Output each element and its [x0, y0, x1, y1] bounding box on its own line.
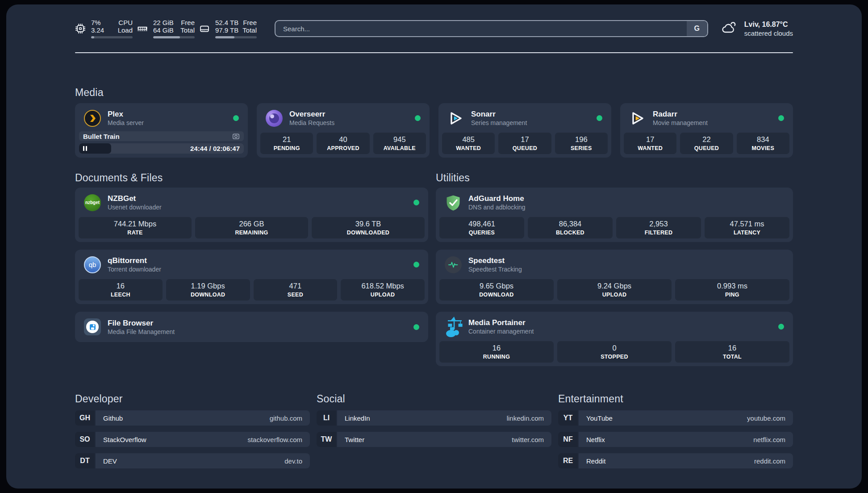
status-dot — [778, 324, 784, 330]
app-card-plex[interactable]: Plex Media server Bullet Train 24:44 / 0… — [75, 103, 248, 158]
app-description: Torrent downloader — [108, 266, 161, 273]
memory-total-label: Total — [180, 26, 195, 34]
app-name: Plex — [108, 109, 144, 119]
memory-free-value: 22 GiB — [153, 19, 174, 26]
app-name: AdGuard Home — [468, 194, 526, 203]
stat-ping: 0.993 msPING — [675, 279, 789, 301]
stat-wanted: 17WANTED — [624, 133, 676, 154]
disk-free-label: Free — [243, 19, 257, 26]
app-description: Media Requests — [289, 119, 334, 127]
bookmark-dev[interactable]: DT DEVdev.to — [75, 453, 310, 468]
cloud-icon — [720, 20, 737, 37]
weather-condition: scattered clouds — [744, 29, 793, 38]
nzbget-icon: nzbget — [84, 194, 101, 211]
status-dot — [778, 115, 784, 121]
radarr-icon — [629, 110, 646, 127]
cpu-widget: 7%CPU 3.24Load — [75, 19, 133, 38]
disk-total-label: Total — [242, 26, 257, 34]
app-card-portainer[interactable]: Media Portainer Container management 16R… — [436, 312, 793, 366]
status-dot — [413, 262, 419, 267]
cpu-icon — [75, 23, 86, 34]
stat-movies: 834MOVIES — [737, 133, 789, 154]
plex-icon — [84, 110, 101, 127]
app-card-speedtest[interactable]: Speedtest Speedtest Tracking 9.65 GbpsDO… — [436, 250, 793, 304]
overseerr-icon — [266, 110, 283, 127]
disk-widget: 52.4 TBFree 97.9 TBTotal — [199, 19, 257, 38]
bookmark-netflix[interactable]: NF Netflixnetflix.com — [558, 432, 793, 447]
status-dot — [597, 115, 602, 121]
app-description: Media File Management — [108, 328, 175, 336]
bookmark-linkedin[interactable]: LI LinkedInlinkedin.com — [317, 410, 551, 426]
app-card-nzbget[interactable]: nzbget NZBGet Usenet downloader 744.21 M… — [75, 188, 428, 242]
stat-total: 16TOTAL — [675, 341, 789, 363]
search-input[interactable] — [275, 20, 708, 37]
search-bar: G — [275, 20, 708, 37]
stat-queued: 17QUEUED — [498, 133, 551, 154]
status-dot — [413, 324, 419, 330]
status-dot — [233, 115, 239, 121]
stat-latency: 47.571 msLATENCY — [705, 217, 789, 238]
documents-column: Documents & Files nzbget NZBGet Usenet d… — [75, 158, 428, 366]
now-playing-row: Bullet Train — [79, 131, 244, 141]
bookmark-twitter[interactable]: TW Twittertwitter.com — [317, 432, 551, 447]
disk-icon — [199, 23, 210, 34]
stat-rate: 744.21 MbpsRATE — [79, 217, 192, 238]
stat-queries: 498,461QUERIES — [439, 217, 524, 238]
playback-progress-bar: 24:44 / 02:06:47 — [79, 143, 244, 154]
disk-total-value: 97.9 TB — [215, 26, 238, 34]
memory-free-label: Free — [181, 19, 195, 26]
app-name: Sonarr — [471, 109, 527, 119]
cpu-progress-bar — [91, 36, 133, 38]
weather-widget[interactable]: Lviv, 16.87°C scattered clouds — [720, 20, 793, 38]
stat-downloaded: 39.6 TBDOWNLOADED — [312, 217, 425, 238]
memory-progress-bar — [153, 36, 195, 38]
stat-upload: 9.24 GbpsUPLOAD — [557, 279, 672, 301]
app-description: Movie management — [653, 119, 708, 127]
bookmark-reddit[interactable]: RE Redditreddit.com — [558, 453, 793, 468]
stat-stopped: 0STOPPED — [557, 341, 672, 363]
topbar-divider — [75, 52, 793, 53]
video-icon — [232, 133, 240, 140]
stat-queued: 22QUEUED — [680, 133, 733, 154]
bookmark-github[interactable]: GH Githubgithub.com — [75, 410, 310, 426]
now-playing-title: Bullet Train — [83, 133, 120, 140]
section-title-documents: Documents & Files — [75, 171, 428, 184]
disk-free-value: 52.4 TB — [215, 19, 238, 26]
bookmark-stackoverflow[interactable]: SO StackOverflowstackoverflow.com — [75, 432, 310, 447]
search-provider-button[interactable]: G — [687, 21, 707, 36]
sonarr-icon — [447, 110, 464, 127]
pause-icon — [83, 146, 87, 151]
app-name: Radarr — [653, 109, 708, 119]
playback-time: 24:44 / 02:06:47 — [190, 144, 240, 153]
section-title-social: Social — [317, 393, 551, 405]
app-description: DNS and adblocking — [468, 204, 526, 211]
app-description: Speedtest Tracking — [468, 266, 522, 273]
portainer-icon — [445, 318, 462, 335]
bookmarks-developer: Developer GH Githubgithub.com SO StackOv… — [75, 393, 310, 468]
app-card-filebrowser[interactable]: File Browser Media File Management — [75, 312, 428, 342]
app-card-overseerr[interactable]: Overseerr Media Requests 21PENDING 40APP… — [257, 103, 430, 158]
bookmarks-social: Social LI LinkedInlinkedin.com TW Twitte… — [317, 393, 551, 468]
stat-approved: 40APPROVED — [317, 133, 369, 154]
stat-download: 9.65 GbpsDOWNLOAD — [439, 279, 554, 301]
app-card-adguard[interactable]: AdGuard Home DNS and adblocking 498,461Q… — [436, 188, 793, 242]
app-description: Series management — [471, 119, 527, 127]
stat-pending: 21PENDING — [260, 133, 313, 154]
cpu-percent: 7% — [91, 19, 101, 26]
app-card-radarr[interactable]: Radarr Movie management 17WANTED 22QUEUE… — [620, 103, 793, 158]
app-card-sonarr[interactable]: Sonarr Series management 485WANTED 17QUE… — [438, 103, 611, 158]
utilities-column: Utilities AdGuard Home D — [436, 158, 793, 366]
app-card-qbittorrent[interactable]: qb qBittorrent Torrent downloader 16LEEC… — [75, 250, 428, 304]
bookmark-youtube[interactable]: YT YouTubeyoutube.com — [558, 410, 793, 426]
stat-download: 1.19 GbpsDOWNLOAD — [166, 279, 250, 301]
app-name: Media Portainer — [468, 318, 534, 327]
section-title-developer: Developer — [75, 393, 310, 405]
stat-seed: 471SEED — [254, 279, 338, 301]
stat-filtered: 2,953FILTERED — [616, 217, 701, 238]
stat-blocked: 86,384BLOCKED — [528, 217, 613, 238]
stat-available: 945AVAILABLE — [373, 133, 426, 154]
filebrowser-icon — [84, 318, 101, 335]
stat-running: 16RUNNING — [439, 341, 554, 363]
stat-wanted: 485WANTED — [442, 133, 495, 154]
app-name: Overseerr — [289, 109, 334, 119]
